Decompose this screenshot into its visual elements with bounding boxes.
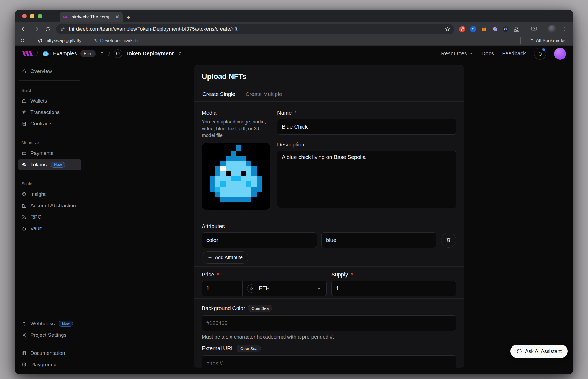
price-input[interactable]: 1 [202, 281, 243, 296]
bookmark-item[interactable]: Developer marketi... [90, 38, 144, 43]
extension-icon-phantom[interactable] [490, 24, 499, 34]
sidebar-item-overview[interactable]: Overview [18, 66, 81, 77]
extension-icon-clock[interactable] [501, 24, 510, 34]
chevron-down-icon [317, 286, 322, 291]
sidebar-item-tokens[interactable]: Tokens New [18, 159, 81, 170]
tab-create-multiple[interactable]: Create Multiple [245, 87, 283, 101]
site-settings-icon[interactable] [60, 26, 66, 32]
forward-button[interactable] [31, 24, 41, 34]
team-switcher-icon[interactable] [99, 51, 105, 56]
nft-image [205, 145, 267, 207]
bookmark-item[interactable]: niftyswap.gg/Nifty... [35, 38, 88, 43]
description-input[interactable]: A blue chick living on Base Sepolia [277, 151, 456, 208]
thirdweb-favicon [63, 16, 68, 18]
sidebar-item-label: Account Abstraction [30, 203, 76, 209]
breadcrumb-team[interactable]: Examples [53, 50, 77, 57]
background-color-label: Background Color [202, 305, 245, 311]
all-bookmarks-button[interactable]: All Bookmarks [526, 38, 568, 43]
book-icon [21, 351, 27, 356]
delete-attribute-button[interactable] [441, 233, 456, 248]
bookmarks-divider [30, 37, 30, 44]
tab-close-icon[interactable]: ✕ [115, 15, 119, 20]
sidebar-item-vault[interactable]: Vault [18, 223, 81, 234]
nav-docs[interactable]: Docs [482, 50, 494, 57]
extension-icon-red[interactable] [458, 24, 467, 34]
nav-resources[interactable]: Resources [441, 50, 474, 57]
close-window-button[interactable] [22, 14, 27, 18]
background-color-input[interactable] [202, 315, 456, 331]
minimize-window-button[interactable] [30, 14, 34, 18]
bookmark-star-icon[interactable] [445, 26, 450, 32]
swap-arrows-icon [21, 110, 27, 115]
toolbar-divider [543, 26, 543, 32]
apps-grid-icon[interactable] [20, 38, 25, 43]
sidebar-item-label: Overview [30, 68, 52, 74]
attribute-key-input[interactable] [202, 232, 317, 248]
user-avatar[interactable] [554, 48, 566, 60]
project-switcher-icon[interactable] [177, 51, 183, 56]
sidebar-item-documentation[interactable]: Documentation [18, 348, 81, 359]
extensions-puzzle-icon[interactable] [512, 24, 521, 34]
nav-resources-label: Resources [441, 50, 467, 57]
breadcrumb-project[interactable]: Token Deployment [126, 50, 174, 57]
tab-search-icon[interactable] [529, 24, 539, 34]
tab-create-single[interactable]: Create Single [202, 87, 236, 101]
url-text[interactable]: thirdweb.com/team/examples/Token-Deploym… [69, 26, 441, 32]
sidebar-item-rpc[interactable]: RPC [18, 211, 81, 223]
sidebar-item-label: Documentation [30, 350, 65, 356]
sidebar-item-label: Insight [30, 191, 46, 197]
maximize-window-button[interactable] [38, 14, 42, 18]
sidebar-item-wallets[interactable]: Wallets [18, 95, 81, 107]
supply-input[interactable] [331, 281, 456, 296]
team-plan-badge: Free [80, 50, 96, 57]
sidebar-item-transactions[interactable]: Transactions [18, 107, 81, 118]
notifications-button[interactable] [534, 48, 546, 60]
browser-menu-icon[interactable] [559, 24, 569, 34]
sidebar-section-monetize: Monetize [21, 141, 78, 145]
sidebar-item-label: Project Settings [30, 332, 66, 338]
sidebar-item-account-abstraction[interactable]: Account Abstraction [18, 200, 81, 211]
name-input[interactable] [277, 119, 456, 135]
reload-button[interactable] [43, 24, 53, 34]
media-upload-box[interactable] [202, 143, 270, 210]
browser-toolbar: thirdweb.com/team/examples/Token-Deploym… [15, 22, 573, 36]
sidebar-item-payments[interactable]: Payments [18, 148, 81, 159]
required-asterisk: * [351, 272, 353, 278]
sidebar-section-build: Build [21, 88, 78, 93]
attribute-value-input[interactable] [321, 232, 436, 248]
extension-icon-metamask[interactable] [479, 24, 488, 34]
sidebar-item-label: Payments [30, 150, 53, 156]
lock-icon [21, 226, 27, 231]
media-label: Media [202, 110, 270, 116]
external-url-input[interactable] [202, 355, 456, 368]
url-bar[interactable]: thirdweb.com/team/examples/Token-Deploym… [56, 24, 454, 34]
folder-icon [528, 38, 533, 43]
folder-icon [21, 203, 27, 208]
rpc-signal-icon [21, 214, 27, 220]
sidebar-item-label: Webhooks [30, 321, 55, 327]
add-attribute-button[interactable]: Add Attribute [202, 251, 248, 264]
chevron-down-icon [469, 51, 474, 56]
extension-icon-blue[interactable] [468, 24, 478, 34]
eth-icon [247, 284, 255, 293]
sidebar-item-playground[interactable]: Playground [18, 359, 81, 370]
browser-profile-avatar[interactable] [548, 25, 556, 33]
sidebar-item-contracts[interactable]: Contracts [18, 118, 81, 129]
sidebar-item-project-settings[interactable]: Project Settings [18, 329, 81, 341]
currency-select[interactable]: ETH [243, 281, 326, 296]
new-tab-button[interactable]: + [126, 14, 130, 21]
ask-ai-assistant-button[interactable]: Ask AI Assistant [510, 345, 568, 358]
browser-tab[interactable]: thirdweb: The complete web3 ✕ [60, 12, 123, 22]
nav-feedback[interactable]: Feedback [502, 50, 526, 57]
external-url-label: External URL [202, 345, 234, 352]
browser-window: thirdweb: The complete web3 ✕ + thirdweb… [15, 10, 573, 374]
back-button[interactable] [19, 24, 29, 34]
nav-feedback-label: Feedback [502, 50, 526, 57]
bookmarks-bar: niftyswap.gg/Nifty... Developer marketi.… [15, 36, 573, 46]
thirdweb-logo[interactable] [22, 51, 33, 57]
sidebar-item-insight[interactable]: Insight [18, 189, 81, 200]
attribute-row [202, 232, 456, 248]
tab-title: thirdweb: The complete web3 [70, 14, 113, 20]
sidebar-item-label: Wallets [30, 98, 47, 104]
sidebar-item-webhooks[interactable]: Webhooks New [18, 318, 81, 329]
